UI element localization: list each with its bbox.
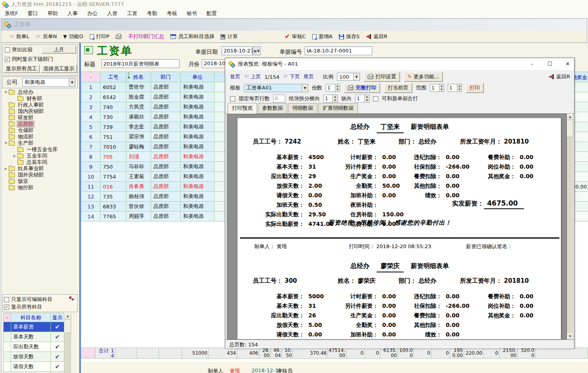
caption-input[interactable]: 2018年10月薪资明细表 <box>101 59 180 68</box>
back-button[interactable]: 返回R <box>366 33 387 40</box>
subject-header-show[interactable]: 显示 <box>51 313 64 322</box>
scale-combobox[interactable]: 100▼ <box>337 73 360 81</box>
tree-item-10[interactable]: 一楼五金仓库 <box>2 146 78 153</box>
merge-print-checkbox[interactable] <box>373 96 378 101</box>
tree-item-11[interactable]: ▶五金车间 <box>2 153 78 159</box>
scroll-up-icon[interactable]: ▲ <box>64 313 71 319</box>
subject-check-icon[interactable]: ✔ <box>51 342 64 352</box>
dialog-titlebar[interactable]: 报表预览: 模板编号 - A01 <box>225 58 574 70</box>
grid-header-dept[interactable]: 部门 <box>151 72 181 82</box>
spinner-arrows-icon[interactable]: ▲▼ <box>335 84 340 91</box>
tree-item-1[interactable]: ▼总经办 <box>2 89 78 95</box>
prev-page-button[interactable]: ☜ 上页 <box>244 73 261 80</box>
calculate-button[interactable]: 计算 <box>220 33 238 40</box>
tree-item-8[interactable]: 物流部 <box>2 134 78 140</box>
tree-collapse-icon[interactable]: ▼ <box>3 90 9 94</box>
full-print-button[interactable]: 完整打印 <box>344 83 380 93</box>
tree-collapse-icon[interactable]: ▼ <box>3 141 9 145</box>
subject-row-5[interactable]: 请假天数✔ <box>3 362 64 372</box>
tree-item-16[interactable]: 物控部 <box>2 185 78 191</box>
subject-check-icon[interactable]: ✔ <box>51 352 64 362</box>
select-employees-button[interactable]: 选择员工显示 <box>41 64 77 73</box>
first-page-button[interactable]: 首页 <box>230 73 240 80</box>
tree-item-9[interactable]: ▼生产部 <box>2 140 78 146</box>
tab-detail-data[interactable]: 明细数据 <box>288 103 317 113</box>
last-page-button[interactable]: 尾页 <box>304 73 314 80</box>
fixed-rows-input[interactable]: 0 <box>273 95 285 103</box>
print-current-page-button[interactable]: 打当前页 <box>384 83 412 93</box>
highlight-compare-checkbox[interactable] <box>5 47 10 52</box>
dialog-back-button[interactable]: 返回R <box>549 73 570 80</box>
show-sub-depts-checkbox[interactable]: ✓ <box>5 57 10 62</box>
grid-header-id[interactable]: 工号 <box>101 72 126 82</box>
grid-header-unit[interactable]: 单位 <box>181 72 215 82</box>
save-button[interactable]: 保存S <box>339 33 360 40</box>
menu-item-10[interactable]: 秘书 <box>182 9 201 18</box>
subject-row-4[interactable]: 放假天数✔ <box>3 352 64 362</box>
swap-columns-icon[interactable] <box>68 296 75 301</box>
no-dept-summary-button[interactable]: 不打印部门汇总 <box>128 33 164 40</box>
subject-check-icon[interactable]: ✔ <box>51 322 64 332</box>
range-to-stepper[interactable]: 1▲▼ <box>448 84 462 92</box>
functions-button[interactable]: ▼功能O <box>63 33 83 40</box>
show-all-subjects-checkbox[interactable]: ✓ <box>4 305 9 310</box>
scroll-down-icon[interactable]: ▼ <box>567 333 573 340</box>
last-month-button[interactable]: 上月 <box>41 45 76 54</box>
menu-item-4[interactable]: 人事 <box>62 9 82 18</box>
menu-item-1[interactable]: 系统F <box>0 9 23 18</box>
menu-item-3[interactable]: 帮助 <box>43 9 62 18</box>
grid-header-name[interactable]: 1▲姓名 <box>126 72 151 82</box>
menu-item-9[interactable]: 考核 <box>162 9 182 18</box>
subject-row-3[interactable]: 应出勤天数✔ <box>3 342 64 352</box>
doc-date-input[interactable]: 2018-10-27 <box>222 47 253 55</box>
menu-item-8[interactable]: 考勤 <box>142 9 162 18</box>
preview-scroll-thumb[interactable] <box>567 120 573 137</box>
show-all-employees-button[interactable]: 显示所有员工 <box>3 64 40 73</box>
tree-item-7[interactable]: 仓储部 <box>2 127 78 134</box>
tree-expand-icon[interactable]: ▶ <box>3 167 9 171</box>
split-h-stepper[interactable]: 1▲▼ <box>323 95 338 103</box>
copies-stepper[interactable]: 1▲▼ <box>326 84 340 92</box>
tree-item-13[interactable]: ▶灶具事业部 <box>2 165 78 172</box>
subject-scroll-thumb[interactable] <box>64 320 71 333</box>
next-doc-button[interactable]: ☞后单N <box>36 33 57 40</box>
tree-item-4[interactable]: 国内营销部 <box>2 108 78 115</box>
close-icon[interactable]: ✕ <box>560 58 576 70</box>
tree-item-14[interactable]: 国外营销部 <box>2 172 78 178</box>
tab-print-preview[interactable]: 打印预览 <box>228 103 257 114</box>
tree-item-15[interactable]: 饭堂 <box>2 178 78 185</box>
menu-item-5[interactable]: 办公 <box>82 9 102 18</box>
add-button[interactable]: 新增A <box>312 33 333 40</box>
menu-item-6[interactable]: 人资 <box>102 9 122 18</box>
next-page-button[interactable]: ☞ 下页 <box>283 73 300 80</box>
menu-item-2[interactable]: 窗口 <box>23 9 43 18</box>
fixed-rows-checkbox[interactable] <box>230 96 235 101</box>
audit-button[interactable]: ✔审核C <box>284 33 306 40</box>
spinner-arrows-icon[interactable]: ▲▼ <box>457 84 462 91</box>
calendar-dropdown-icon[interactable]: ▦▼ <box>253 47 261 55</box>
tree-item-3[interactable]: 行政人事部 <box>2 102 78 108</box>
tree-item-12[interactable]: 总装车间 <box>2 159 78 165</box>
doc-no-input[interactable]: IA-18-10-27-0001 <box>305 47 372 55</box>
menu-item-11[interactable]: 配置 <box>201 9 221 18</box>
subject-check-icon[interactable]: ✔ <box>51 332 64 342</box>
employee-subject-select-button[interactable]: 员工和科目选择 <box>170 33 214 40</box>
menu-item-7[interactable]: 工资 <box>122 9 142 18</box>
maximize-icon[interactable]: ☐ <box>542 58 558 70</box>
template-combobox[interactable]: 工资单A01▼ <box>244 84 308 92</box>
print-button[interactable]: 打印P <box>90 33 110 40</box>
prev-doc-button[interactable]: ☜前单L <box>9 33 29 40</box>
range-from-stepper[interactable]: 1▲▼ <box>430 84 444 92</box>
company-combobox[interactable]: 和美电器 ▼ <box>22 78 75 87</box>
subject-row-1[interactable]: 基本薪资✔ <box>3 322 64 332</box>
subject-scrollbar[interactable]: ▲ <box>64 313 71 373</box>
tab-param-data[interactable]: 参数数据 <box>258 103 287 113</box>
preview-scrollbar[interactable]: ▲ ▼ <box>567 114 573 340</box>
print-button[interactable]: 打印 <box>466 83 484 93</box>
tab-extended-detail-data[interactable]: 扩展明细数据 <box>318 103 358 113</box>
spinner-arrows-icon[interactable]: ▲▼ <box>439 84 444 91</box>
subject-check-icon[interactable]: ✔ <box>51 362 64 372</box>
more-functions-button[interactable]: ✎更多功能... <box>404 72 443 82</box>
tree-item-5[interactable]: 研发部 <box>2 115 78 121</box>
tree-expand-icon[interactable]: ▶ <box>12 154 17 158</box>
